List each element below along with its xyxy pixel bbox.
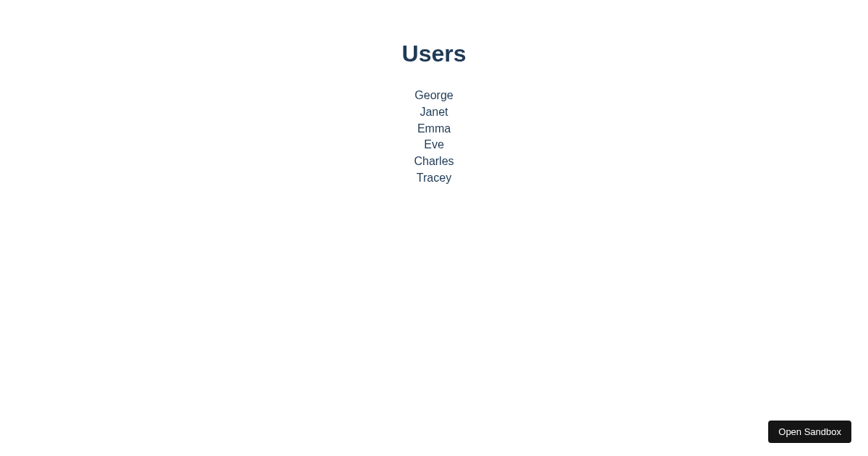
page-title: Users — [0, 41, 868, 67]
list-item: Tracey — [0, 170, 868, 187]
open-sandbox-button[interactable]: Open Sandbox — [768, 421, 851, 443]
list-item: Emma — [0, 121, 868, 138]
list-item: Charles — [0, 153, 868, 170]
list-item: George — [0, 88, 868, 104]
user-list: George Janet Emma Eve Charles Tracey — [0, 88, 868, 187]
list-item: Eve — [0, 137, 868, 153]
list-item: Janet — [0, 104, 868, 121]
main-content: Users George Janet Emma Eve Charles Trac… — [0, 0, 868, 187]
